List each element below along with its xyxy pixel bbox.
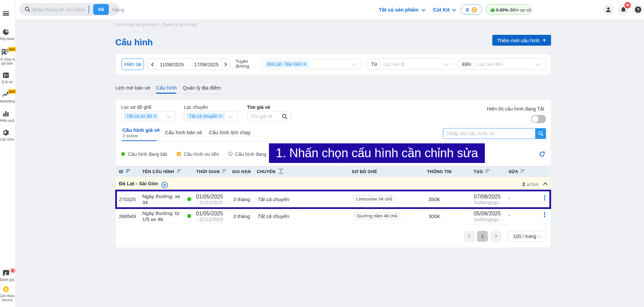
- svg-text:$: $: [5, 287, 7, 292]
